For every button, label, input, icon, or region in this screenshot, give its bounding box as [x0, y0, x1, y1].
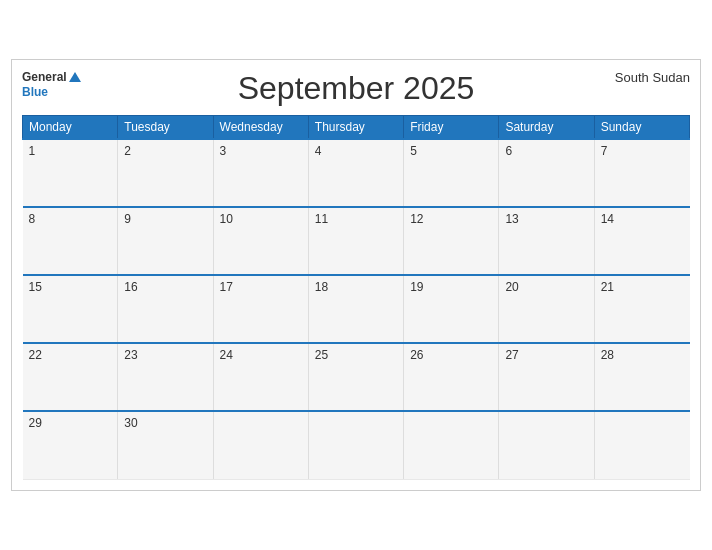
day-cell-21: 21 [594, 275, 689, 343]
day-cell-3: 3 [213, 139, 308, 207]
day-number: 8 [29, 212, 112, 226]
day-number: 12 [410, 212, 492, 226]
day-cell-22: 22 [23, 343, 118, 411]
day-cell-14: 14 [594, 207, 689, 275]
day-number: 13 [505, 212, 587, 226]
day-number: 20 [505, 280, 587, 294]
empty-day-cell [404, 411, 499, 479]
day-cell-9: 9 [118, 207, 213, 275]
day-number: 15 [29, 280, 112, 294]
day-number: 3 [220, 144, 302, 158]
day-number: 16 [124, 280, 206, 294]
day-cell-20: 20 [499, 275, 594, 343]
day-cell-13: 13 [499, 207, 594, 275]
day-cell-1: 1 [23, 139, 118, 207]
empty-day-cell [308, 411, 403, 479]
week-row-1: 1234567 [23, 139, 690, 207]
day-cell-27: 27 [499, 343, 594, 411]
logo: General Blue [22, 70, 81, 99]
weekday-header-saturday: Saturday [499, 116, 594, 140]
day-cell-19: 19 [404, 275, 499, 343]
logo-triangle-icon [69, 72, 81, 82]
week-row-3: 15161718192021 [23, 275, 690, 343]
day-cell-30: 30 [118, 411, 213, 479]
day-cell-11: 11 [308, 207, 403, 275]
day-number: 10 [220, 212, 302, 226]
weekday-header-monday: Monday [23, 116, 118, 140]
weekday-header-wednesday: Wednesday [213, 116, 308, 140]
day-number: 29 [29, 416, 112, 430]
day-cell-7: 7 [594, 139, 689, 207]
day-number: 21 [601, 280, 684, 294]
day-cell-16: 16 [118, 275, 213, 343]
month-title: September 2025 [238, 70, 475, 107]
weekday-header-thursday: Thursday [308, 116, 403, 140]
day-cell-2: 2 [118, 139, 213, 207]
calendar-header: General Blue September 2025 South Sudan [22, 70, 690, 107]
calendar-table: MondayTuesdayWednesdayThursdayFridaySatu… [22, 115, 690, 480]
day-number: 5 [410, 144, 492, 158]
day-number: 28 [601, 348, 684, 362]
logo-general-text: General [22, 70, 67, 84]
week-row-4: 22232425262728 [23, 343, 690, 411]
day-number: 14 [601, 212, 684, 226]
weekday-header-sunday: Sunday [594, 116, 689, 140]
day-number: 17 [220, 280, 302, 294]
day-number: 22 [29, 348, 112, 362]
calendar-container: General Blue September 2025 South Sudan … [11, 59, 701, 491]
day-number: 18 [315, 280, 397, 294]
day-cell-5: 5 [404, 139, 499, 207]
day-cell-4: 4 [308, 139, 403, 207]
weekday-header-tuesday: Tuesday [118, 116, 213, 140]
day-number: 24 [220, 348, 302, 362]
day-cell-18: 18 [308, 275, 403, 343]
day-number: 30 [124, 416, 206, 430]
weekday-header-friday: Friday [404, 116, 499, 140]
day-number: 4 [315, 144, 397, 158]
day-cell-26: 26 [404, 343, 499, 411]
empty-day-cell [594, 411, 689, 479]
day-number: 9 [124, 212, 206, 226]
day-number: 25 [315, 348, 397, 362]
day-cell-10: 10 [213, 207, 308, 275]
day-number: 27 [505, 348, 587, 362]
day-number: 19 [410, 280, 492, 294]
empty-day-cell [499, 411, 594, 479]
weekday-header-row: MondayTuesdayWednesdayThursdayFridaySatu… [23, 116, 690, 140]
day-number: 2 [124, 144, 206, 158]
day-cell-15: 15 [23, 275, 118, 343]
day-cell-25: 25 [308, 343, 403, 411]
day-cell-23: 23 [118, 343, 213, 411]
week-row-2: 891011121314 [23, 207, 690, 275]
day-number: 11 [315, 212, 397, 226]
day-number: 1 [29, 144, 112, 158]
day-cell-28: 28 [594, 343, 689, 411]
day-cell-24: 24 [213, 343, 308, 411]
logo-blue-text: Blue [22, 85, 48, 99]
day-cell-12: 12 [404, 207, 499, 275]
day-cell-6: 6 [499, 139, 594, 207]
day-cell-17: 17 [213, 275, 308, 343]
day-number: 7 [601, 144, 684, 158]
day-number: 23 [124, 348, 206, 362]
empty-day-cell [213, 411, 308, 479]
day-cell-8: 8 [23, 207, 118, 275]
day-cell-29: 29 [23, 411, 118, 479]
country-label: South Sudan [615, 70, 690, 85]
day-number: 26 [410, 348, 492, 362]
week-row-5: 2930 [23, 411, 690, 479]
day-number: 6 [505, 144, 587, 158]
